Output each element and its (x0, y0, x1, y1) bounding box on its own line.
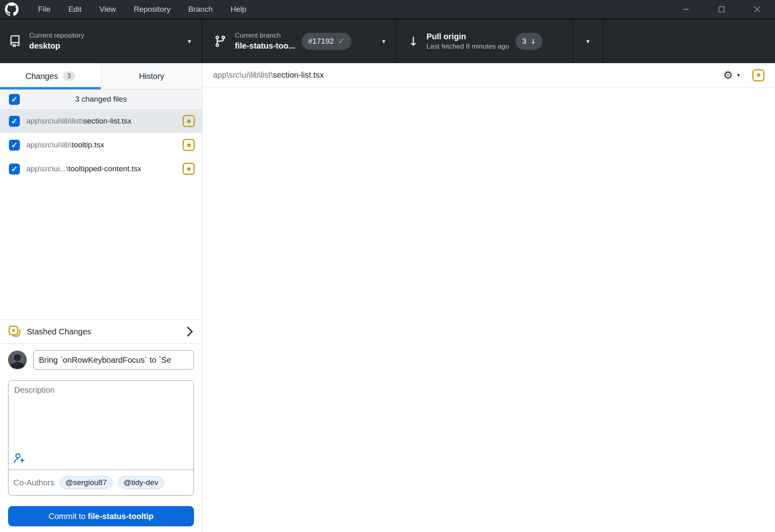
menu-item-file[interactable]: File (29, 0, 60, 18)
close-icon (754, 6, 761, 13)
commit-button-prefix: Commit to (49, 512, 88, 521)
maximize-icon (718, 6, 725, 13)
file-path: app\src\ui\lib\list\section-list.tsx (26, 117, 132, 126)
file-row[interactable]: ✓app\src\ui\lib\list\section-list.tsx (0, 109, 202, 133)
gear-icon: ⚙ (723, 69, 733, 81)
hunk-header-row (202, 87, 775, 104)
current-repository-label: Current repository (29, 31, 84, 40)
menu-item-branch[interactable]: Branch (179, 0, 221, 18)
sidebar-tabs: Changes 3 History (0, 63, 202, 89)
stashed-changes-row[interactable]: Stashed Changes (0, 319, 202, 343)
sidebar-empty-space (0, 181, 202, 319)
tab-changes-label: Changes (26, 72, 58, 81)
sidebar: Changes 3 History ✓ 3 changed files ✓app… (0, 63, 202, 532)
current-repository-value: desktop (29, 40, 84, 51)
github-logo-icon (5, 2, 19, 16)
coauthors-row: Co-Authors @sergiou87@tidy-dev (9, 470, 194, 495)
ci-check-icon: ✓ (338, 36, 345, 46)
pull-count-badge: 3 ↓ (515, 33, 543, 50)
check-icon: ✓ (11, 140, 18, 150)
file-row[interactable]: ✓app\src\ui...\tooltipped-content.tsx (0, 157, 202, 181)
file-path-dir: app\src\ui...\ (26, 164, 68, 173)
file-modified-icon (183, 139, 195, 151)
pull-count: 3 (522, 37, 526, 46)
avatar (8, 351, 27, 369)
minimize-button[interactable] (668, 0, 704, 18)
check-icon: ✓ (11, 117, 18, 126)
pr-status-badge: #17192 ✓ (302, 33, 351, 50)
coauthor-pill[interactable]: @tidy-dev (118, 476, 164, 489)
branch-dropdown-caret-icon[interactable]: ▼ (381, 38, 386, 45)
file-path-dir: app\src\ui\lib\list\ (26, 117, 83, 125)
stash-icon (8, 325, 21, 338)
toolbar: Current repository desktop ▼ Current bra… (0, 19, 775, 63)
file-checkbox[interactable]: ✓ (9, 116, 20, 127)
changed-file-list: ✓app\src\ui\lib\list\section-list.tsx✓ap… (0, 109, 202, 181)
pull-origin-button[interactable]: ↓ Pull origin Last fetched 8 minutes ago… (397, 19, 573, 63)
close-button[interactable] (739, 0, 775, 18)
file-modified-icon (752, 69, 764, 81)
window-controls (668, 0, 775, 18)
commit-summary-input[interactable] (33, 350, 194, 370)
menu-item-help[interactable]: Help (221, 0, 255, 18)
check-icon: ✓ (11, 164, 18, 174)
pull-options-caret-icon: ▼ (586, 38, 591, 45)
coauthor-pills: @sergiou87@tidy-dev (60, 476, 164, 489)
add-coauthor-icon[interactable] (13, 452, 26, 464)
diff-file-path-name: section-list.tsx (273, 70, 324, 79)
file-path: app\src\ui...\tooltipped-content.tsx (26, 164, 141, 173)
menu-bar: FileEditViewRepositoryBranchHelp (29, 0, 255, 18)
git-branch-icon (214, 35, 227, 48)
commit-button[interactable]: Commit to file-status-tooltip (8, 506, 194, 526)
menu-item-repository[interactable]: Repository (125, 0, 179, 18)
pull-options-dropdown[interactable]: ▼ (573, 19, 604, 63)
maximize-button[interactable] (704, 0, 739, 18)
file-modified-icon (183, 163, 195, 175)
file-path-dir: app\src\ui\lib\ (26, 140, 72, 149)
diff-file-path-dir: app\src\ui\lib\list\ (213, 70, 273, 79)
tab-history-label: History (139, 72, 164, 81)
file-modified-icon (183, 115, 195, 127)
description-box: Co-Authors @sergiou87@tidy-dev (8, 380, 194, 496)
diff-options-caret-icon: ▼ (736, 72, 741, 78)
minimize-icon (682, 6, 690, 13)
menu-item-view[interactable]: View (90, 0, 125, 18)
diff-file-header: app\src\ui\lib\list\section-list.tsx ⚙ ▼ (202, 63, 775, 87)
diff-options-button[interactable]: ⚙ ▼ (723, 69, 741, 81)
pr-number: #17192 (308, 37, 334, 46)
tab-history[interactable]: History (101, 63, 202, 89)
commit-button-branch: file-status-tooltip (88, 512, 153, 521)
file-checkbox[interactable]: ✓ (9, 140, 20, 151)
diff-body (202, 87, 775, 104)
current-branch-value: file-status-too... (235, 40, 295, 51)
pull-origin-title: Pull origin (426, 31, 509, 42)
menu-item-edit[interactable]: Edit (60, 0, 91, 18)
chevron-right-icon (186, 326, 194, 337)
stashed-changes-label: Stashed Changes (27, 327, 91, 336)
toolbar-empty-space (604, 19, 775, 63)
title-bar: FileEditViewRepositoryBranchHelp (0, 0, 775, 19)
commit-form: Co-Authors @sergiou87@tidy-dev Commit to… (0, 343, 202, 532)
file-path: app\src\ui\lib\tooltip.tsx (26, 140, 104, 149)
file-row[interactable]: ✓app\src\ui\lib\tooltip.tsx (0, 133, 202, 157)
changed-files-header: ✓ 3 changed files (0, 89, 202, 109)
file-path-name: tooltip.tsx (72, 140, 104, 149)
file-path-name: section-list.tsx (83, 117, 131, 125)
repository-dropdown-caret-icon[interactable]: ▼ (187, 38, 192, 45)
download-arrow-icon: ↓ (408, 34, 418, 49)
commit-description-textarea[interactable] (9, 381, 194, 450)
current-branch-button[interactable]: Current branch file-status-too... #17192… (202, 19, 397, 63)
file-path-name: tooltipped-content.tsx (68, 164, 142, 173)
coauthors-label: Co-Authors (13, 478, 54, 487)
coauthor-pill[interactable]: @sergiou87 (60, 476, 113, 489)
repository-icon (9, 35, 21, 47)
small-down-arrow-icon: ↓ (530, 37, 536, 45)
tab-changes[interactable]: Changes 3 (0, 63, 101, 89)
diff-pane: app\src\ui\lib\list\section-list.tsx ⚙ ▼ (202, 63, 775, 532)
github-desktop-window: FileEditViewRepositoryBranchHelp Current… (0, 0, 775, 532)
changes-count-badge: 3 (63, 71, 75, 81)
pull-origin-subtitle: Last fetched 8 minutes ago (426, 42, 509, 51)
changed-files-count: 3 changed files (0, 95, 202, 104)
current-repository-button[interactable]: Current repository desktop ▼ (0, 19, 202, 63)
file-checkbox[interactable]: ✓ (9, 164, 20, 174)
